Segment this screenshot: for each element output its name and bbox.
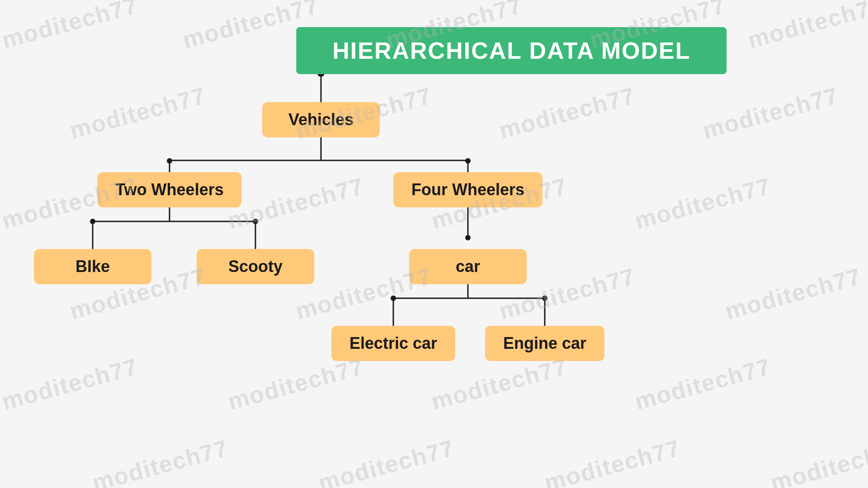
- node-bike: BIke: [34, 249, 151, 284]
- node-four-wheelers: Four Wheelers: [393, 172, 542, 207]
- node-car: car: [409, 249, 527, 284]
- svg-point-15: [465, 235, 471, 240]
- svg-point-7: [465, 158, 471, 164]
- title-box: HIERARCHICAL DATA MODEL: [296, 27, 726, 74]
- svg-point-11: [90, 219, 95, 224]
- node-vehicles: Vehicles: [262, 102, 380, 137]
- node-two-wheelers: Two Wheelers: [97, 172, 241, 207]
- node-scooty: Scooty: [197, 249, 314, 284]
- title-text: HIERARCHICAL DATA MODEL: [332, 38, 690, 64]
- diagram-container: HIERARCHICAL DATA MODEL Vehicles Two Whe…: [0, 0, 868, 488]
- svg-point-19: [391, 296, 396, 301]
- node-engine-car: Engine car: [485, 326, 604, 361]
- node-electric-car: Electric car: [331, 326, 455, 361]
- svg-point-21: [542, 296, 547, 301]
- svg-point-13: [253, 219, 258, 224]
- svg-point-5: [167, 158, 172, 164]
